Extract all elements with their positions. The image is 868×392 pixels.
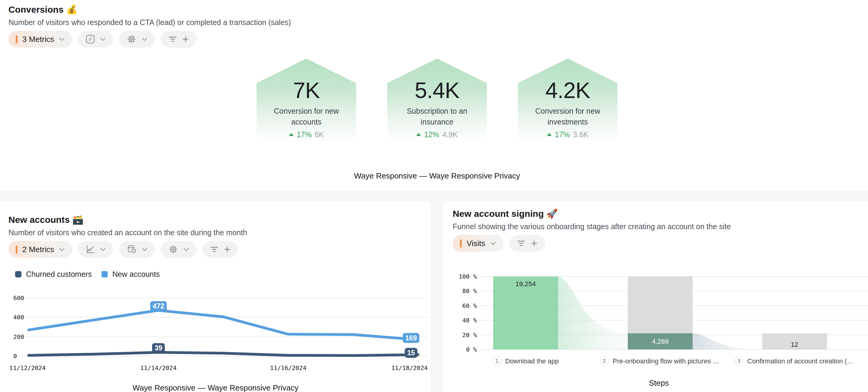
kpi-label: Subscription to an insurance [399,105,475,127]
svg-text:20 %: 20 % [462,331,477,339]
new-accounts-subtitle: Number of visitors who created an accoun… [8,228,247,237]
legend-swatch [15,271,22,277]
step-number-badge: 3 [735,357,743,365]
metrics-dropdown[interactable]: Visits [453,235,503,252]
plus-icon [531,240,538,247]
kpi-card: 4.2K Conversion for new investments 17% … [518,59,618,140]
chevron-down-icon [183,247,189,252]
filter-icon [210,246,219,253]
funnel-widget: New account signing 🚀 Funnel showing the… [443,201,868,392]
svg-text:11/16/2024: 11/16/2024 [270,364,306,371]
database-clock-icon [126,244,137,255]
chevron-down-icon [490,241,496,246]
kpi-prev-value: 3.6K [573,130,588,139]
kpi-prev-value: 4.9K [442,130,458,139]
funnel-chart: 100 %80 %60 %40 %20 %0 %19,2544,26912 [443,265,868,386]
filter-icon [168,35,177,43]
metrics-dropdown-label: Visits [467,239,485,248]
svg-text:11/12/2024: 11/12/2024 [9,364,45,371]
svg-text:#: # [89,36,92,42]
settings-dropdown[interactable] [119,31,155,47]
chevron-down-icon [100,37,106,41]
chart-icon [85,244,95,254]
kpi-prev-value: 6K [315,130,324,139]
new-accounts-widget: New accounts 🗃️ Number of visitors who c… [0,201,431,392]
svg-text:600: 600 [13,294,24,301]
conversions-title: Conversions 💰 [8,4,78,15]
filter-icon [517,239,526,247]
settings-dropdown[interactable] [161,241,196,258]
funnel-xaxis-title: Steps [443,379,868,388]
kpi-label: Conversion for new investments [530,105,606,127]
widget-footer: Waye Responsive — Waye Responsive Privac… [0,171,868,181]
step-label: Download the app [505,357,559,365]
funnel-step-1[interactable]: 1 Download the app [493,357,559,365]
accent-bar [460,239,462,248]
conversions-widget: Conversions 💰 Number of visitors who res… [0,0,868,191]
line-chart: 0200400600472391691511/12/202411/14/2024… [0,285,431,385]
kpi-value: 4.2K [546,78,590,102]
funnel-step-3[interactable]: 3 Confirmation of account creation (… [735,357,854,365]
chevron-down-icon [142,247,148,252]
accent-bar [16,246,18,254]
kpi-label: Conversion for new accounts [269,105,344,127]
triangle-up-icon [289,133,294,136]
number-format-dropdown[interactable]: # [78,31,113,47]
funnel-step-2[interactable]: 2 Pre-onboarding flow with pictures … [600,357,719,365]
metrics-dropdown[interactable]: 2 Metrics [8,241,72,258]
new-accounts-title: New accounts 🗃️ [8,215,84,225]
kpi-delta-pct: 17% [297,130,312,139]
kpi-delta: 17% 6K [289,130,324,139]
chart-type-dropdown[interactable] [78,241,113,258]
funnel-subtitle: Funnel showing the various onboarding st… [453,222,731,231]
conversions-title-text: Conversions [8,4,64,14]
widget-footer: Waye Responsive — Waye Responsive Privac… [0,383,431,392]
svg-text:169: 169 [405,334,417,342]
step-number-badge: 2 [600,357,609,365]
chevron-down-icon [142,37,148,41]
svg-text:100 %: 100 % [459,273,477,280]
rocket-emoji-icon: 🚀 [546,209,558,219]
metrics-dropdown-label: 3 Metrics [22,35,54,44]
step-label: Pre-onboarding flow with pictures … [613,357,719,365]
svg-text:15: 15 [407,349,415,357]
kpi-delta: 17% 3.6K [547,130,588,139]
svg-text:472: 472 [153,302,164,310]
triangle-up-icon [547,133,552,136]
svg-text:12: 12 [791,341,798,348]
new-accounts-title-text: New accounts [8,215,70,225]
svg-text:11/14/2024: 11/14/2024 [140,364,177,371]
svg-text:200: 200 [13,333,24,340]
svg-text:19,254: 19,254 [516,280,536,288]
money-bag-emoji-icon: 💰 [66,4,78,14]
kpi-card: 7K Conversion for new accounts 17% 6K [256,59,356,140]
data-source-dropdown[interactable] [119,241,155,258]
svg-text:40 %: 40 % [462,317,477,324]
funnel-title-text: New account signing [453,209,544,219]
metrics-dropdown[interactable]: 3 Metrics [8,31,72,47]
funnel-steps-row: 1 Download the app 2 Pre-onboarding flow… [443,357,868,367]
kpi-row: 7K Conversion for new accounts 17% 6K 5.… [0,59,868,140]
conversions-toolbar: 3 Metrics # [8,31,196,47]
filter-add-button[interactable] [161,31,196,47]
chevron-down-icon [100,247,106,252]
svg-text:400: 400 [13,314,24,321]
step-number-badge: 1 [493,357,501,365]
legend-item-churned-customers[interactable]: Churned customers [15,270,92,279]
filter-add-button[interactable] [509,235,545,252]
kpi-value: 7K [293,78,320,102]
kpi-card: 5.4K Subscription to an insurance 12% 4.… [387,59,487,140]
svg-text:60 %: 60 % [462,302,477,309]
filter-add-button[interactable] [203,241,238,258]
svg-text:0 %: 0 % [466,346,477,353]
kpi-delta-pct: 12% [424,130,439,139]
legend-item-new-accounts[interactable]: New accounts [101,270,160,279]
step-label: Confirmation of account creation (… [747,357,854,365]
chart-legend: Churned customers New accounts [15,270,160,279]
metrics-dropdown-label: 2 Metrics [22,245,54,254]
dashboard: Conversions 💰 Number of visitors who res… [0,0,868,392]
kpi-delta-pct: 17% [555,130,570,139]
kpi-delta: 12% 4.9K [416,130,458,139]
svg-text:39: 39 [155,344,162,352]
accent-bar [16,35,18,43]
